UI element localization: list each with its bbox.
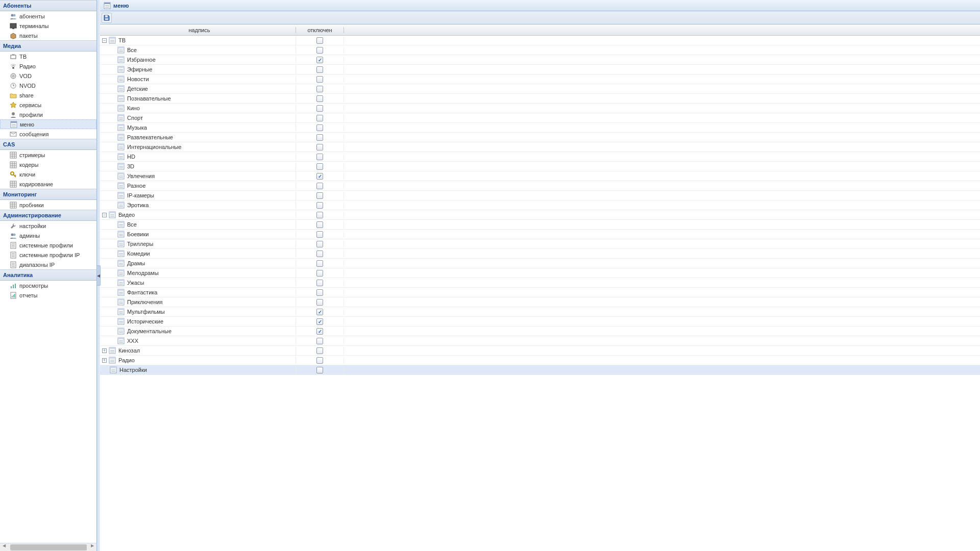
tree-row[interactable]: Фантастика bbox=[100, 288, 980, 297]
disabled-checkbox[interactable] bbox=[316, 57, 323, 63]
disabled-checkbox[interactable] bbox=[316, 105, 323, 112]
disabled-checkbox[interactable] bbox=[316, 347, 323, 354]
sidebar-item-encoding[interactable]: кодирование bbox=[0, 179, 96, 189]
group-header[interactable]: Мониторинг bbox=[0, 189, 96, 200]
tree-row[interactable]: Детские bbox=[100, 84, 980, 94]
sidebar-item-tv[interactable]: ТВ bbox=[0, 52, 96, 61]
collapse-icon[interactable]: − bbox=[102, 213, 107, 217]
disabled-checkbox[interactable] bbox=[316, 367, 323, 373]
tree-row[interactable]: Увлечения bbox=[100, 171, 980, 181]
sidebar-item-sysprofiles[interactable]: системные профили bbox=[0, 240, 96, 250]
tree-row[interactable]: Все bbox=[100, 220, 980, 230]
disabled-checkbox[interactable] bbox=[316, 338, 323, 344]
collapse-sidebar-icon[interactable]: ◀ bbox=[96, 265, 101, 286]
tree-row[interactable]: Триллеры bbox=[100, 239, 980, 249]
tree-row[interactable]: Драмы bbox=[100, 259, 980, 268]
tree-row[interactable]: Документальные bbox=[100, 327, 980, 336]
scroll-right-icon[interactable]: ▶ bbox=[88, 543, 96, 552]
disabled-checkbox[interactable] bbox=[316, 124, 323, 131]
disabled-checkbox[interactable] bbox=[316, 299, 323, 306]
disabled-checkbox[interactable] bbox=[316, 47, 323, 54]
disabled-checkbox[interactable] bbox=[316, 221, 323, 228]
expand-icon[interactable]: + bbox=[102, 348, 107, 353]
tree-row[interactable]: Музыка bbox=[100, 123, 980, 133]
tree-row[interactable]: Все bbox=[100, 45, 980, 55]
disabled-checkbox[interactable] bbox=[316, 280, 323, 286]
disabled-checkbox[interactable] bbox=[316, 270, 323, 277]
tree-row[interactable]: Новости bbox=[100, 74, 980, 84]
tree-row[interactable]: Исторические bbox=[100, 317, 980, 327]
tree-row[interactable]: +Кинозал bbox=[100, 346, 980, 356]
tree-row[interactable]: Разное bbox=[100, 181, 980, 191]
disabled-checkbox[interactable] bbox=[316, 86, 323, 92]
tree-row[interactable]: Эротика bbox=[100, 201, 980, 210]
tree-row[interactable]: Мелодрамы bbox=[100, 268, 980, 278]
group-header[interactable]: CAS bbox=[0, 139, 96, 150]
sidebar-item-sysprofilesip[interactable]: системные профили IP bbox=[0, 250, 96, 260]
sidebar-item-nvod[interactable]: NVOD bbox=[0, 81, 96, 90]
disabled-checkbox[interactable] bbox=[316, 173, 323, 180]
sidebar-item-settings[interactable]: настройки bbox=[0, 221, 96, 231]
disabled-checkbox[interactable] bbox=[316, 318, 323, 325]
disabled-checkbox[interactable] bbox=[316, 144, 323, 151]
disabled-checkbox[interactable] bbox=[316, 154, 323, 160]
sidebar-item-reports[interactable]: отчеты bbox=[0, 290, 96, 300]
tree-row[interactable]: Кино bbox=[100, 104, 980, 113]
expand-icon[interactable]: + bbox=[102, 358, 107, 363]
scroll-thumb[interactable] bbox=[10, 544, 87, 550]
tree-row[interactable]: HD bbox=[100, 152, 980, 162]
tree-row[interactable]: Боевики bbox=[100, 230, 980, 239]
disabled-checkbox[interactable] bbox=[316, 134, 323, 141]
scroll-left-icon[interactable]: ◀ bbox=[0, 543, 8, 552]
scroll-track[interactable] bbox=[8, 543, 88, 552]
disabled-checkbox[interactable] bbox=[316, 163, 323, 170]
sidebar-item-subscribers[interactable]: абоненты bbox=[0, 11, 96, 21]
tree-row[interactable]: Развлекательные bbox=[100, 133, 980, 142]
sidebar-item-profiles[interactable]: профили bbox=[0, 110, 96, 119]
disabled-checkbox[interactable] bbox=[316, 328, 323, 335]
sidebar-item-ipranges[interactable]: диапазоны IP bbox=[0, 260, 96, 269]
tree-row[interactable]: XXX bbox=[100, 336, 980, 346]
sidebar-item-menu[interactable]: меню bbox=[0, 119, 96, 129]
sidebar-item-messages[interactable]: сообщения bbox=[0, 129, 96, 139]
disabled-checkbox[interactable] bbox=[316, 251, 323, 257]
disabled-checkbox[interactable] bbox=[316, 202, 323, 209]
tree-row[interactable]: Избранное bbox=[100, 55, 980, 65]
disabled-checkbox[interactable] bbox=[316, 212, 323, 218]
disabled-checkbox[interactable] bbox=[316, 115, 323, 121]
tree-row[interactable]: Настройки bbox=[100, 365, 980, 375]
sidebar-item-admins[interactable]: админы bbox=[0, 231, 96, 240]
tree-row[interactable]: Спорт bbox=[100, 113, 980, 123]
disabled-checkbox[interactable] bbox=[316, 231, 323, 238]
disabled-checkbox[interactable] bbox=[316, 66, 323, 73]
tree-row[interactable]: +Радио bbox=[100, 356, 980, 365]
sidebar-item-services[interactable]: сервисы bbox=[0, 100, 96, 110]
sidebar-item-probes[interactable]: пробники bbox=[0, 200, 96, 210]
tree-row[interactable]: IP-камеры bbox=[100, 191, 980, 201]
disabled-checkbox[interactable] bbox=[316, 192, 323, 199]
sidebar-item-radio[interactable]: Радио bbox=[0, 61, 96, 71]
group-header[interactable]: Администрирование bbox=[0, 210, 96, 221]
tree-row[interactable]: Интернациональные bbox=[100, 142, 980, 152]
group-header[interactable]: Абоненты bbox=[0, 0, 96, 11]
column-header-label[interactable]: надпись bbox=[100, 27, 296, 33]
tree-row[interactable]: Эфирные bbox=[100, 65, 980, 74]
sidebar-item-packages[interactable]: пакеты bbox=[0, 31, 96, 40]
column-header-disabled[interactable]: отключен bbox=[296, 27, 344, 33]
splitter[interactable]: ◀ bbox=[97, 0, 100, 551]
tree-row[interactable]: Познавательные bbox=[100, 94, 980, 104]
disabled-checkbox[interactable] bbox=[316, 289, 323, 296]
tree-row[interactable]: 3D bbox=[100, 162, 980, 171]
sidebar-item-share[interactable]: share bbox=[0, 90, 96, 100]
tree-row[interactable]: −ТВ bbox=[100, 36, 980, 45]
tree-row[interactable]: −Видео bbox=[100, 210, 980, 220]
disabled-checkbox[interactable] bbox=[316, 260, 323, 267]
sidebar-item-views[interactable]: просмотры bbox=[0, 281, 96, 290]
disabled-checkbox[interactable] bbox=[316, 357, 323, 364]
sidebar-hscroll[interactable]: ◀ ▶ bbox=[0, 543, 96, 551]
disabled-checkbox[interactable] bbox=[316, 309, 323, 315]
tree-row[interactable]: Приключения bbox=[100, 297, 980, 307]
disabled-checkbox[interactable] bbox=[316, 37, 323, 44]
sidebar-item-coders[interactable]: кодеры bbox=[0, 160, 96, 169]
disabled-checkbox[interactable] bbox=[316, 95, 323, 102]
